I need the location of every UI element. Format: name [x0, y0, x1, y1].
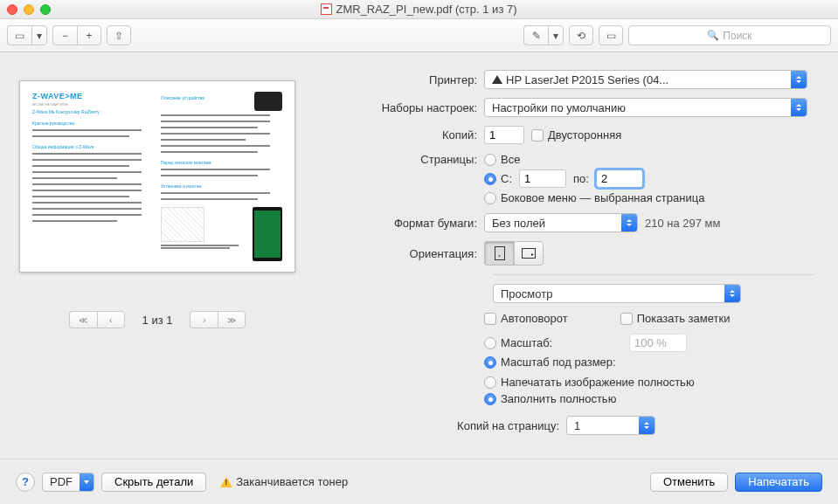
pages-all-radio[interactable]: Все [484, 153, 520, 166]
help-button[interactable]: ? [16, 473, 35, 492]
search-icon: 🔍 [707, 30, 719, 41]
dialog-footer: ? PDF Скрыть детали Заканчивается тонер … [0, 459, 838, 504]
zoom-out-icon: − [62, 30, 68, 42]
preview-pager: ≪ ‹ 1 из 1 › ≫ [69, 311, 246, 328]
printer-select[interactable]: HP LaserJet P2015 Series (04... [484, 70, 807, 89]
toner-warning: Заканчивается тонер [220, 475, 348, 488]
zoom-in-icon: + [86, 30, 92, 42]
select-arrow-icon [639, 417, 654, 434]
print-button[interactable]: Напечатать [735, 473, 822, 492]
pdf-dropdown[interactable]: PDF [42, 473, 94, 492]
copies-label: Копий: [315, 128, 484, 142]
close-window-button[interactable] [7, 4, 17, 15]
dropdown-arrow-icon [80, 473, 93, 491]
pages-to-label: по: [573, 172, 589, 185]
search-placeholder: Поиск [723, 30, 751, 42]
rotate-button[interactable]: ⟲ [569, 25, 593, 45]
show-notes-label: Показать заметки [637, 312, 731, 325]
presets-select-value: Настройки по умолчанию [492, 101, 626, 114]
maximize-window-button[interactable] [40, 4, 51, 15]
preview-panel: Z-WAVE>ME BECOME THE SMART HOME Z-Wave.M… [0, 52, 315, 459]
separator [493, 274, 815, 275]
duplex-checkbox[interactable]: Двусторонняя [531, 128, 621, 142]
preview-section-3: Описание устройства [161, 95, 251, 111]
presets-select[interactable]: Настройки по умолчанию [484, 98, 807, 117]
preview-phone-image [253, 207, 282, 261]
window-controls [7, 4, 51, 15]
cancel-button[interactable]: Отменить [650, 473, 728, 492]
presets-label: Наборы настроек: [315, 101, 484, 114]
pages-sidebar-radio[interactable]: Боковое меню — выбранная страница [484, 191, 704, 204]
select-arrow-icon [724, 285, 740, 302]
copies-per-page-label: Копий на страницу: [315, 419, 566, 432]
search-field[interactable]: 🔍 Поиск [628, 25, 831, 45]
page-preview: Z-WAVE>ME BECOME THE SMART HOME Z-Wave.M… [19, 80, 295, 273]
fit-fill-radio[interactable]: Заполнить полностью [484, 392, 695, 405]
pencil-icon: ✎ [532, 30, 541, 42]
copies-per-page-select[interactable]: 1 [566, 416, 655, 435]
paper-format-select[interactable]: Без полей [484, 213, 638, 232]
scale-radio[interactable]: Масштаб: [484, 336, 622, 349]
scale-to-fit-label: Масштаб под размер: [501, 356, 616, 369]
select-arrow-icon [791, 71, 807, 88]
pages-range-radio[interactable]: С: [484, 172, 512, 185]
print-settings-panel: Принтер: HP LaserJet P2015 Series (04...… [315, 52, 838, 459]
sidebar-toggle-button[interactable]: ▭ [7, 25, 31, 45]
annotate-button[interactable]: ✎ [523, 25, 548, 45]
print-dialog-body: Z-WAVE>ME BECOME THE SMART HOME Z-Wave.M… [0, 52, 838, 459]
preview-section-5: Установка и монтаж [161, 183, 282, 189]
first-page-button[interactable]: ≪ [69, 311, 97, 328]
preview-device-image [254, 92, 282, 111]
share-button[interactable]: ⇧ [107, 25, 131, 45]
pages-all-label: Все [501, 153, 520, 166]
pages-to-input[interactable] [596, 169, 643, 188]
copies-input[interactable] [484, 126, 524, 144]
fit-fill-label: Заполнить полностью [501, 392, 616, 405]
sidebar-dropdown-button[interactable]: ▾ [31, 25, 47, 45]
markup-toolbar-button[interactable]: ▭ [599, 25, 623, 45]
toolbox-icon: ▭ [606, 30, 616, 42]
show-notes-checkbox[interactable]: Показать заметки [620, 312, 731, 325]
annotate-dropdown-button[interactable]: ▾ [548, 25, 564, 45]
pages-sidebar-label: Боковое меню — выбранная страница [501, 191, 704, 204]
minimize-window-button[interactable] [24, 4, 34, 15]
orientation-portrait-button[interactable] [484, 241, 514, 266]
scale-input [629, 334, 687, 352]
toner-warning-text: Заканчивается тонер [236, 475, 348, 488]
autorotate-label: Автоповорот [501, 312, 568, 325]
last-page-button[interactable]: ≫ [218, 311, 246, 328]
autorotate-checkbox[interactable]: Автоповорот [484, 312, 568, 325]
help-icon: ? [22, 475, 29, 488]
pages-label: Страницы: [315, 153, 484, 166]
paper-format-label: Формат бумаги: [315, 217, 484, 230]
next-page-button[interactable]: › [190, 311, 218, 328]
page-indicator: 1 из 1 [142, 314, 173, 327]
pages-from-input[interactable] [519, 169, 566, 188]
section-select[interactable]: Просмотр [493, 284, 741, 303]
prev-page-button[interactable]: ‹ [97, 311, 125, 328]
duplex-label: Двусторонняя [548, 128, 621, 142]
orientation-label: Ориентация: [315, 247, 484, 260]
scale-to-fit-radio[interactable]: Масштаб под размер: [484, 356, 622, 369]
preview-section-4: Перед началом монтажа [161, 160, 282, 165]
fit-print-full-radio[interactable]: Напечатать изображение полностью [484, 376, 695, 389]
paper-format-value: Без полей [492, 217, 545, 230]
preview-logo: Z-WAVE>ME [32, 92, 154, 100]
zoom-out-button[interactable]: − [52, 25, 77, 45]
pdf-dropdown-label: PDF [43, 475, 80, 488]
fit-print-full-label: Напечатать изображение полностью [501, 376, 695, 389]
share-icon: ⇧ [114, 30, 123, 42]
landscape-icon [522, 248, 536, 259]
preview-section-1: Краткое руководство [32, 121, 154, 126]
preview-tagline: BECOME THE SMART HOME [32, 103, 154, 107]
preview-diagram [161, 207, 204, 242]
toolbar: ▭ ▾ − + ⇧ ✎ ▾ ⟲ ▭ 🔍 Поиск [0, 19, 838, 52]
pdf-file-icon [321, 3, 332, 15]
scale-label: Масштаб: [501, 336, 552, 349]
pages-from-label: С: [501, 172, 512, 185]
zoom-in-button[interactable]: + [77, 25, 101, 45]
hide-details-button[interactable]: Скрыть детали [101, 473, 206, 492]
printer-select-value: HP LaserJet P2015 Series (04... [506, 73, 668, 86]
orientation-landscape-button[interactable] [514, 241, 544, 266]
select-arrow-icon [791, 99, 807, 116]
